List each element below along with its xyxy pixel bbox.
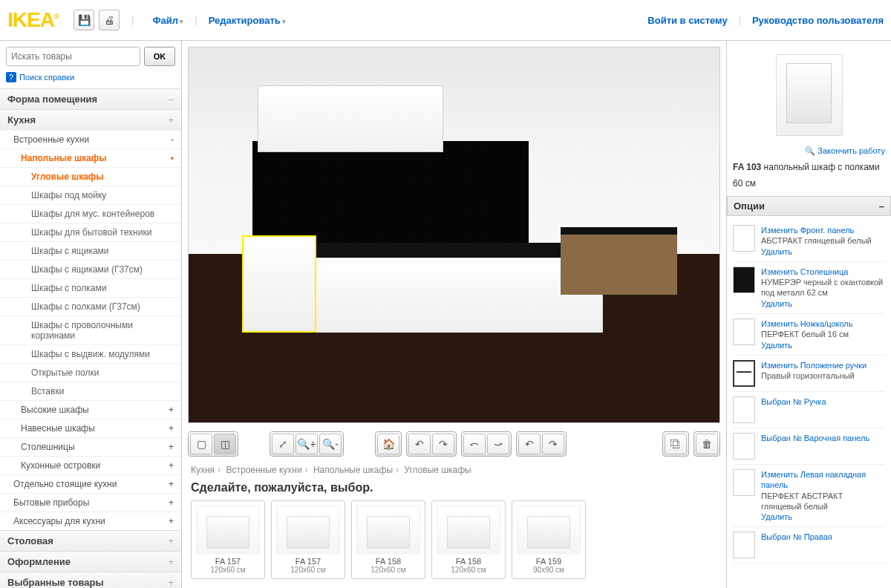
swatch [733,532,755,558]
item-shelves37[interactable]: Шкафы с полками (Г37см) [0,297,181,316]
view-toolbar: ▢ ◫ ⤢ 🔍+ 🔍- 🏠 ↶ ↷ ⤺ ⤻ ↶ ↷ [188,429,720,459]
subcat-freestanding[interactable]: Отдельно стоящие кухни+ [0,474,181,493]
delete-link[interactable]: Удалить [761,246,872,257]
option-row: Изменить Положение ручки Правый горизонт… [733,356,885,392]
breadcrumb: Кухня› Встроенные кухни› Напольные шкафы… [182,459,726,481]
flip-h-button[interactable]: ↶ [518,434,541,454]
product-card[interactable]: FA 158120x60 см [351,500,425,579]
subcat-builtin[interactable]: Встроенные кухни- [0,130,181,148]
option-row: Выбран № Ручка [733,392,885,428]
option-link[interactable]: Изменить Левая накладная панель [761,469,885,491]
login-link[interactable]: Войти в систему [647,15,727,26]
option-link[interactable]: Изменить Положение ручки [761,360,866,370]
option-link[interactable]: Изменить Фронт. панель [761,225,872,235]
item-appliance[interactable]: Шкафы для бытовой техники [0,223,181,241]
subcat-appliances[interactable]: Бытовые приборы+ [0,493,181,512]
zoom-fit-button[interactable]: ⤢ [272,434,294,454]
delete-button[interactable]: 🗑 [696,434,718,454]
item-shelves[interactable]: Шкафы с полками [0,278,181,297]
option-row: Изменить Фронт. панель АБСТРАКТ глянцевы… [733,220,885,262]
sib-island[interactable]: Кухонные островки+ [0,456,181,474]
option-row: Выбран № Варочная панель [733,428,885,465]
item-inserts[interactable]: Вставки [0,382,181,400]
option-link[interactable]: Выбран № Ручка [761,396,826,407]
cat-kitchen[interactable]: Кухня+ [0,109,181,130]
rotate-left-button[interactable]: ⤺ [463,434,486,454]
product-card[interactable]: FA 157120x60 см [191,500,265,579]
swatch [733,225,755,252]
product-size: 60 см [733,175,885,192]
option-row: Изменить Ножка/цоколь ПЕРФЕКТ белый 16 с… [733,314,885,356]
option-row: Выбран № Правая [733,527,885,564]
delete-link[interactable]: Удалить [761,512,885,522]
swatch [733,433,755,460]
3d-viewport[interactable] [188,47,720,423]
product-list: FA 157120x60 см FA 157120x60 см FA 15812… [182,500,726,588]
print-button[interactable]: 🖨 [99,10,120,30]
search-help-link[interactable]: Поиск справки [0,72,181,88]
item-sink[interactable]: Шкафы под мойку [0,186,181,204]
selection-prompt: Сделайте, пожалуйста, выбор. [182,481,726,500]
center-panel: ▢ ◫ ⤢ 🔍+ 🔍- 🏠 ↶ ↷ ⤺ ⤻ ↶ ↷ [182,41,726,588]
search-ok-button[interactable]: OK [144,47,175,66]
item-corner[interactable]: Угловые шкафы [0,167,181,186]
option-link[interactable]: Изменить Ножка/цоколь [761,318,852,329]
option-desc: НУМЕРЭР черный с окантовкой под металл 6… [761,277,885,298]
option-desc: Правый горизонтальный [761,370,866,381]
option-row: Изменить Столешница НУМЕРЭР черный с ока… [733,262,885,314]
right-panel: Закончить работу FA 103 напольный шкаф с… [726,41,891,588]
swatch [733,360,755,387]
item-drawers37[interactable]: Шкафы с ящиками (Г37см) [0,260,181,278]
view-2d-button[interactable]: ▢ [190,434,212,454]
cat-room-shape[interactable]: Форма помещения– [0,88,181,109]
item-drawers[interactable]: Шкафы с ящиками [0,241,181,260]
search-input[interactable] [6,47,140,66]
swatch [733,396,755,423]
option-row: Изменить Левая накладная панель ПЕРФЕКТ … [733,465,885,527]
menu-edit[interactable]: Редактировать [209,15,287,26]
zoom-in-button[interactable]: 🔍+ [296,434,318,454]
sib-worktop[interactable]: Столешницы+ [0,437,181,456]
subcat-floor-cabinets[interactable]: Напольные шкафы [0,148,181,167]
option-desc: ПЕРФЕКТ АБСТРАКТ глянцевый белый [761,491,885,512]
preview [733,47,885,143]
home-button[interactable]: 🏠 [377,434,399,454]
item-trash[interactable]: Шкафы для мус. контейнеров [0,204,181,223]
save-button[interactable]: 💾 [74,10,94,30]
menu-file[interactable]: Файл [152,15,183,26]
option-link[interactable]: Выбран № Правая [761,532,832,542]
product-card[interactable]: FA 157120x60 см [271,500,345,579]
delete-link[interactable]: Удалить [761,340,852,350]
subcat-accessories[interactable]: Аксессуары для кухни+ [0,512,181,530]
rotate-right-button[interactable]: ⤻ [487,434,509,454]
cat-dining[interactable]: Столовая+ [0,530,181,551]
duplicate-button[interactable]: ⿻ [665,434,687,454]
zoom-out-button[interactable]: 🔍- [319,434,342,454]
product-card[interactable]: FA 158120x60 см [431,500,506,579]
option-link[interactable]: Выбран № Варочная панель [761,433,869,443]
sidebar: OK Поиск справки Форма помещения– Кухня+… [0,41,182,588]
logo: IKEA® [7,8,59,32]
guide-link[interactable]: Руководство пользователя [752,15,884,26]
view-3d-button[interactable]: ◫ [214,434,236,454]
product-card[interactable]: FA 15990x90 см [512,500,586,579]
sib-tall[interactable]: Высокие шкафы+ [0,400,181,419]
swatch [733,318,755,345]
swatch [733,469,755,496]
option-desc: АБСТРАКТ глянцевый белый [761,235,872,246]
option-link[interactable]: Изменить Столешница [761,267,885,277]
undo-button[interactable]: ↶ [408,434,431,454]
item-wire[interactable]: Шкафы с проволочными корзинами [0,316,181,344]
finish-link[interactable]: Закончить работу [817,146,885,155]
item-open[interactable]: Открытые полки [0,363,181,382]
cat-selected[interactable]: Выбранные товары+ [0,572,181,588]
product-info: FA 103 напольный шкаф с полками [733,159,885,175]
flip-v-button[interactable]: ↷ [542,434,564,454]
sib-wall[interactable]: Навесные шкафы+ [0,419,181,437]
delete-link[interactable]: Удалить [761,298,885,309]
item-pullout[interactable]: Шкафы с выдвиж. модулями [0,344,181,363]
cat-decoration[interactable]: Оформление+ [0,551,181,572]
redo-button[interactable]: ↷ [432,434,454,454]
header: IKEA® 💾 🖨 | Файл | Редактировать Войти в… [0,0,891,41]
options-header[interactable]: Опции– [727,196,891,216]
